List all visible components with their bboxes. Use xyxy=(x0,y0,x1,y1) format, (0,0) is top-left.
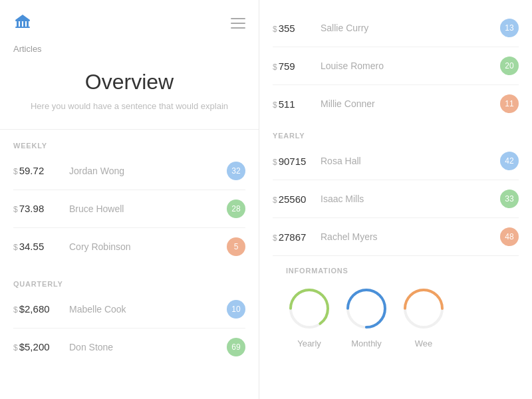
left-panel: Articles Overview Here you would have a … xyxy=(0,0,259,399)
dollar-sign: $ xyxy=(13,305,18,315)
right-content: $355 Sallie Curry 13 $759 Louise Romero … xyxy=(259,0,532,364)
monthly-rows: $355 Sallie Curry 13 $759 Louise Romero … xyxy=(273,9,519,122)
amount: $511 xyxy=(273,98,321,110)
table-row: $59.72 Jordan Wong 32 xyxy=(13,152,245,190)
svg-rect-0 xyxy=(15,20,30,21)
badge: 48 xyxy=(500,227,519,246)
yearly-rows: $90715 Rosa Hall 42 $25560 Isaac Mills 3… xyxy=(273,142,519,255)
table-row: $90715 Rosa Hall 42 xyxy=(273,142,519,180)
person-name: Louise Romero xyxy=(321,61,500,71)
person-name: Isaac Mills xyxy=(321,194,500,204)
person-name: Rosa Hall xyxy=(321,156,500,166)
amount: $34.55 xyxy=(13,241,66,252)
weekly-rows: $59.72 Jordan Wong 32 $73.98 Bruce Howel… xyxy=(13,152,245,265)
right-panel: $355 Sallie Curry 13 $759 Louise Romero … xyxy=(259,0,532,399)
weekly-section: WEEKLY $59.72 Jordan Wong 32 $73.98 Bruc… xyxy=(0,130,259,268)
person-name: Cory Robinson xyxy=(66,241,227,252)
svg-rect-3 xyxy=(23,21,25,27)
table-row: $$2,680 Mabelle Cook 10 xyxy=(13,291,245,329)
amount: $$5,200 xyxy=(13,341,66,352)
quarterly-section: QUARTERLY $$2,680 Mabelle Cook 10 $$5,20… xyxy=(0,268,259,368)
person-name: Jordan Wong xyxy=(66,166,227,176)
quarterly-label: QUARTERLY xyxy=(13,280,245,288)
weekly-label: WEEKLY xyxy=(13,142,245,150)
badge: 69 xyxy=(227,338,245,356)
info-section: INFORMATIONS Yearly Monthly Wee xyxy=(273,255,519,355)
chart-label: Monthly xyxy=(351,338,382,348)
person-name: Sallie Curry xyxy=(321,23,500,33)
left-header xyxy=(0,0,259,41)
chart-item: Yearly xyxy=(286,285,332,348)
overview-title: Overview xyxy=(20,70,239,94)
badge: 5 xyxy=(227,237,245,256)
dollar-sign: $ xyxy=(13,205,18,214)
badge: 28 xyxy=(227,200,245,218)
person-name: Millie Conner xyxy=(321,98,500,109)
badge: 10 xyxy=(227,300,245,319)
dollar-sign: $ xyxy=(273,63,277,72)
donut-chart xyxy=(286,285,332,332)
overview-section: Overview Here you would have a sentence … xyxy=(0,63,259,130)
amount: $73.98 xyxy=(13,203,66,214)
dollar-sign: $ xyxy=(273,158,277,167)
svg-rect-5 xyxy=(15,27,30,28)
badge: 13 xyxy=(500,19,519,37)
chart-label: Yearly xyxy=(297,338,321,348)
badge: 11 xyxy=(500,94,519,113)
person-name: Rachel Myers xyxy=(321,231,500,242)
amount: $759 xyxy=(273,61,321,72)
amount: $27867 xyxy=(273,231,321,243)
table-row: $73.98 Bruce Howell 28 xyxy=(13,190,245,228)
chart-label: Wee xyxy=(415,338,433,348)
table-row: $355 Sallie Curry 13 xyxy=(273,9,519,47)
amount: $59.72 xyxy=(13,165,66,176)
table-row: $511 Millie Conner 11 xyxy=(273,85,519,122)
info-label: INFORMATIONS xyxy=(286,267,505,275)
badge: 32 xyxy=(227,162,245,180)
menu-icon[interactable] xyxy=(231,18,245,29)
person-name: Mabelle Cook xyxy=(66,304,227,315)
chart-item: Monthly xyxy=(343,285,390,348)
person-name: Bruce Howell xyxy=(66,203,227,214)
svg-marker-6 xyxy=(15,15,30,20)
dollar-sign: $ xyxy=(273,100,277,110)
amount: $355 xyxy=(273,23,321,34)
badge: 33 xyxy=(500,190,519,208)
bank-icon xyxy=(13,12,32,35)
badge: 42 xyxy=(500,152,519,170)
dollar-sign: $ xyxy=(13,343,18,352)
yearly-section: YEARLY $90715 Rosa Hall 42 $25560 Isaac … xyxy=(273,122,519,255)
charts-row: Yearly Monthly Wee xyxy=(286,285,505,348)
quarterly-rows: $$2,680 Mabelle Cook 10 $$5,200 Don Ston… xyxy=(13,291,245,366)
table-row: $25560 Isaac Mills 33 xyxy=(273,180,519,218)
yearly-label: YEARLY xyxy=(273,132,519,140)
person-name: Don Stone xyxy=(66,342,227,352)
articles-label: Articles xyxy=(0,41,259,63)
table-row: $759 Louise Romero 20 xyxy=(273,47,519,85)
chart-item: Wee xyxy=(400,285,447,348)
overview-subtitle: Here you would have a sentence that woul… xyxy=(20,100,239,113)
badge: 20 xyxy=(500,57,519,75)
table-row: $$5,200 Don Stone 69 xyxy=(13,329,245,366)
dollar-sign: $ xyxy=(273,196,277,205)
svg-rect-1 xyxy=(17,21,19,27)
dollar-sign: $ xyxy=(13,243,18,252)
amount: $25560 xyxy=(273,194,321,205)
dollar-sign: $ xyxy=(273,233,277,243)
donut-chart xyxy=(400,285,447,332)
dollar-sign: $ xyxy=(13,167,18,176)
table-row: $34.55 Cory Robinson 5 xyxy=(13,228,245,265)
svg-rect-4 xyxy=(27,21,29,27)
table-row: $27867 Rachel Myers 48 xyxy=(273,218,519,255)
svg-rect-2 xyxy=(20,21,22,27)
dollar-sign: $ xyxy=(273,25,277,34)
amount: $90715 xyxy=(273,156,321,167)
donut-chart xyxy=(343,285,390,332)
amount: $$2,680 xyxy=(13,303,66,315)
